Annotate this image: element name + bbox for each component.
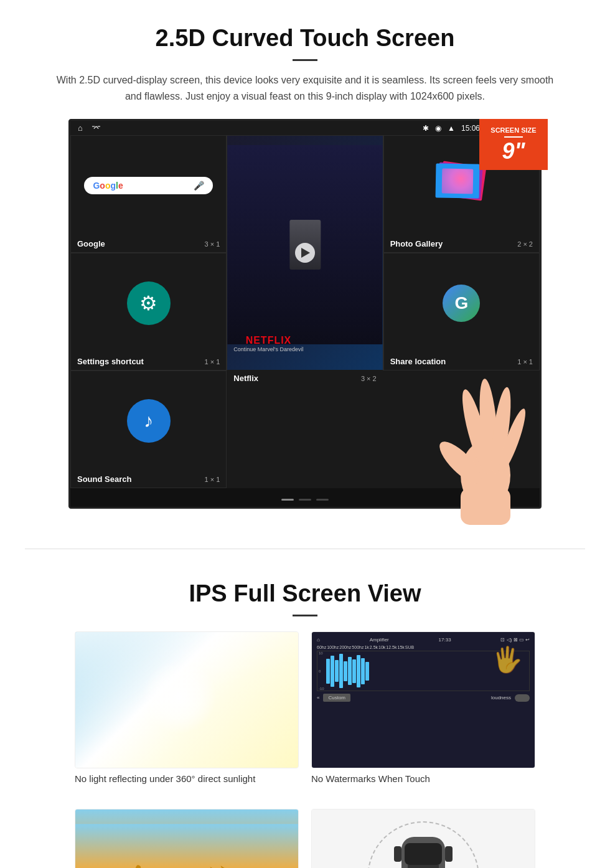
app-grid: Google 🎤 Google 3 × 1 (70, 135, 540, 488)
bar10 (365, 662, 369, 681)
google-logo: Google (93, 181, 123, 191)
amp-header: ⌂ Amplifier 17:33 ⊡ ◁) ⊠ ▭ ↩ (317, 637, 530, 643)
sunlight-bg (75, 632, 298, 768)
sound-circle: ♪ (127, 399, 171, 443)
bar2 (331, 656, 334, 687)
section-divider (25, 549, 585, 549)
google-grid-size: 3 × 1 (205, 240, 220, 248)
gallery-stack (433, 164, 489, 207)
car-container (367, 821, 479, 868)
play-button[interactable] (295, 243, 315, 263)
google-search-bar[interactable]: Google 🎤 (84, 177, 212, 194)
car-roof-svg (408, 865, 439, 868)
badge-size-number: 9 (502, 138, 514, 164)
bar5 (344, 661, 347, 681)
amp-bars: 🖐 (326, 653, 369, 689)
section2: IPS Full Screen View No light reflecting… (0, 568, 610, 868)
cheetah-image (75, 809, 299, 868)
bar3 (335, 660, 339, 682)
amp-loudness-label: loudness (491, 695, 511, 701)
location-icon: ◉ (435, 124, 441, 133)
google-cell-inner: Google 🎤 (71, 136, 226, 235)
bar7 (352, 659, 356, 683)
feature-fast-response: Super Fast Response (75, 809, 299, 868)
car-svg (392, 831, 454, 868)
section1-underline (293, 59, 317, 61)
share-grid-size: 1 × 1 (517, 358, 533, 366)
bar9 (361, 658, 365, 684)
status-bar: ⌂ ⌤ ✱ ◉ ▲ 15:06 ⊡ ◁) ⊠ ▭ (70, 121, 540, 135)
gallery-label-row: Photo Gallery 2 × 2 (384, 235, 539, 252)
netflix-logo-text: NETFLIX (233, 335, 303, 346)
home-icon[interactable]: ⌂ (78, 123, 83, 133)
mic-icon[interactable]: 🎤 (194, 181, 204, 191)
netflix-cell-inner: NETFLIX Continue Marvel's Daredevil (227, 136, 382, 370)
bar8 (357, 655, 360, 687)
feature-sunlight: No light reflecting under 360° direct su… (75, 631, 299, 796)
google-label-row: Google 3 × 1 (71, 235, 226, 252)
amp-home-icon: ⌂ (317, 637, 320, 643)
gallery-card-3 (436, 164, 480, 199)
amp-toggle[interactable] (515, 694, 530, 702)
amp-icons: ⊡ ◁) ⊠ ▭ ↩ (500, 637, 530, 643)
gallery-app-name: Photo Gallery (390, 239, 443, 248)
section1: 2.5D Curved Touch Screen With 2.5D curve… (0, 0, 610, 530)
page-dot-2 (299, 499, 311, 501)
bar6 (348, 657, 352, 685)
feature-watermark: ⌂ Amplifier 17:33 ⊡ ◁) ⊠ ▭ ↩ 60hz100hz20… (311, 631, 535, 796)
wheel-fr (445, 846, 453, 862)
settings-icon-circle: ⚙ (127, 281, 171, 325)
amp-screen: ⌂ Amplifier 17:33 ⊡ ◁) ⊠ ▭ ↩ 60hz100hz20… (312, 632, 535, 768)
bar4 (339, 654, 343, 688)
amp-bar-container: 100-10 (317, 651, 530, 691)
gear-icon: ⚙ (139, 291, 157, 315)
maps-icon: G (443, 285, 480, 322)
settings-app-name: Settings shortcut (77, 357, 144, 366)
section1-description: With 2.5D curved-display screen, this de… (50, 72, 560, 104)
device-wrapper: Screen Size 9" ⌂ ⌤ ✱ ◉ ▲ (62, 119, 548, 509)
cheetah-svg (75, 809, 298, 868)
amplifier-image: ⌂ Amplifier 17:33 ⊡ ◁) ⊠ ▭ ↩ 60hz100hz20… (311, 631, 535, 768)
wheel-fl (394, 846, 401, 862)
badge-unit: " (514, 138, 525, 164)
badge-title: Screen Size (486, 126, 542, 134)
wifi-icon: ▲ (448, 124, 455, 133)
netflix-app-cell[interactable]: NETFLIX Continue Marvel's Daredevil Netf… (227, 135, 383, 370)
amp-y-axis: 100-10 (319, 651, 324, 691)
amp-prev: « (317, 695, 319, 701)
badge-size: 9" (486, 140, 542, 163)
page-dot-1 (281, 499, 294, 501)
netflix-label-row: Netflix 3 × 2 (227, 370, 382, 387)
sound-label-row: Sound Search 1 × 1 (71, 471, 226, 488)
share-location-app-cell[interactable]: G Share location 1 × 1 (383, 253, 540, 370)
netflix-brand: NETFLIX Continue Marvel's Daredevil (233, 335, 303, 352)
netflix-grid-size: 3 × 2 (361, 375, 377, 382)
gallery-grid-size: 2 × 2 (517, 240, 533, 248)
play-triangle (301, 248, 310, 258)
amp-time: 17:33 (439, 637, 451, 643)
sound-grid-size: 1 × 1 (205, 476, 220, 483)
sound-cell-inner: ♪ (71, 371, 226, 471)
amp-bottom-row: « Custom loudness (317, 694, 530, 702)
screen-size-badge: Screen Size 9" (479, 119, 548, 170)
bluetooth-icon: ✱ (423, 124, 429, 133)
google-app-cell[interactable]: Google 🎤 Google 3 × 1 (70, 135, 227, 253)
sunlight-label: No light reflecting under 360° direct su… (75, 773, 299, 796)
google-app-name: Google (77, 239, 105, 248)
hand-touch-icon: 🖐 (492, 645, 523, 674)
car-circle (367, 821, 479, 868)
cheetah-bg (75, 809, 298, 868)
section2-underline (293, 615, 317, 616)
amp-custom-btn: Custom (323, 694, 350, 702)
music-note-icon: ♪ (144, 410, 153, 432)
section1-title: 2.5D Curved Touch Screen (50, 25, 560, 52)
bar1 (326, 659, 330, 684)
settings-app-cell[interactable]: ⚙ Settings shortcut 1 × 1 (70, 253, 227, 370)
share-app-name: Share location (390, 357, 446, 366)
badge-line (504, 136, 523, 138)
feature-grid: No light reflecting under 360° direct su… (50, 631, 560, 868)
feature-viewing-angle: Large Viewing Angle (311, 809, 535, 868)
sound-search-app-cell[interactable]: ♪ Sound Search 1 × 1 (70, 370, 227, 488)
settings-cell-inner: ⚙ (71, 253, 226, 353)
gallery-flower (442, 168, 474, 194)
